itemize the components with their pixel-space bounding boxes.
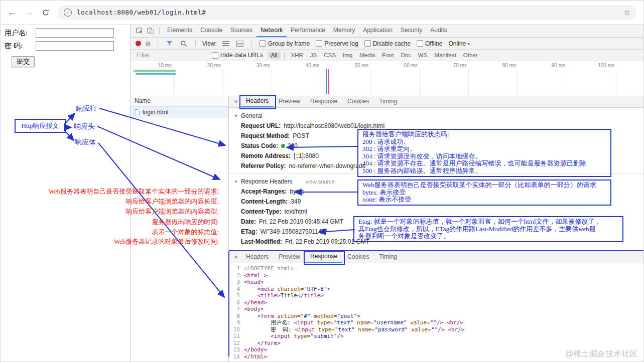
filter-funnel-icon[interactable]	[165, 39, 175, 48]
viewer-tab-cookies[interactable]: Cookies	[342, 252, 374, 262]
filter-type-doc[interactable]: Doc	[398, 52, 414, 59]
header-row: Status Code:200	[234, 141, 643, 151]
filter-type-img[interactable]: Img	[340, 52, 355, 59]
password-label: 密 码:	[5, 42, 36, 51]
username-row: 用户名:	[5, 28, 130, 38]
devtools-tab-memory[interactable]: Memory	[329, 25, 359, 37]
timeline-tick-label: 80 ms	[502, 63, 516, 68]
throttling-value: Online	[448, 40, 466, 47]
response-header-rows: Accept-Ranges:bytesContent-Length:349Con…	[234, 187, 643, 247]
filter-type-other[interactable]: Other	[460, 52, 481, 59]
network-overview[interactable]: 10 ms20 ms30 ms40 ms50 ms60 ms70 ms80 ms…	[131, 61, 643, 96]
viewer-tab-headers[interactable]: Headers	[241, 252, 274, 262]
details-tab-preview[interactable]: Preview	[274, 96, 305, 107]
devtools-tab-security[interactable]: Security	[397, 25, 426, 37]
bookmark-star-icon[interactable]: ☆	[624, 8, 630, 17]
timeline-tick-label: 20 ms	[207, 63, 221, 68]
divider	[158, 40, 158, 47]
code-line: 2<html >	[229, 272, 643, 279]
devtools-tab-application[interactable]: Application	[359, 25, 397, 37]
devtools-tab-performance[interactable]: Performance	[287, 25, 329, 37]
header-row: Last-Modified:Fri, 22 Feb 2019 09:25:01 …	[234, 237, 643, 247]
toolbar-option-disable-cache[interactable]: Disable cache	[364, 40, 411, 47]
password-input[interactable]	[36, 41, 114, 51]
details-tab-timing[interactable]: Timing	[374, 96, 402, 107]
timeline-tick-label: 50 ms	[355, 63, 368, 68]
details-close-icon[interactable]: ×	[232, 98, 240, 105]
throttling-select[interactable]: Online ▾	[448, 40, 469, 47]
timeline-gridline	[419, 69, 420, 96]
timeline-tick-label: 100 ms	[598, 63, 614, 68]
devtools-tab-network[interactable]: Network	[256, 25, 287, 37]
view-list-icon[interactable]	[221, 39, 231, 48]
toolbar-option-offline[interactable]: Offline	[417, 40, 442, 47]
disclosure-triangle-icon: ▼	[234, 179, 238, 184]
divider	[251, 40, 252, 47]
details-tab-response[interactable]: Response	[305, 96, 342, 107]
address-bar[interactable]: i localhost:8080/web01/login.html# ☆	[58, 5, 636, 20]
clear-icon[interactable]: ⊘	[145, 40, 151, 47]
viewer-tab-preview[interactable]: Preview	[274, 252, 305, 262]
filter-type-all[interactable]: All	[268, 52, 281, 59]
filter-type-media[interactable]: Media	[356, 52, 378, 59]
code-line: 6</head>	[229, 299, 643, 306]
response-headers-section-header[interactable]: ▼ Response Headers view source	[234, 176, 643, 187]
password-row: 密 码:	[5, 41, 130, 51]
devtools-tab-audits[interactable]: Audits	[426, 25, 451, 37]
code-line: 3<head>	[229, 279, 643, 286]
code-line: 1<!DOCTYPE html>	[229, 265, 643, 272]
divider	[195, 40, 196, 47]
header-row: Request Method:POST	[234, 131, 643, 141]
devtools-tab-sources[interactable]: Sources	[226, 25, 256, 37]
checkbox-icon	[212, 52, 218, 59]
timeline-tick-label: 40 ms	[306, 63, 319, 68]
devtools-tabbar: ElementsConsoleSourcesNetworkPerformance…	[131, 25, 643, 38]
toolbar-option-group-by-frame[interactable]: Group by frame	[260, 40, 310, 47]
details-tab-headers[interactable]: Headers	[241, 96, 274, 107]
view-large-rows-icon[interactable]	[235, 39, 245, 48]
device-toolbar-icon[interactable]	[146, 27, 156, 36]
filter-type-xhr[interactable]: XHR	[288, 52, 306, 59]
inspect-element-icon[interactable]	[135, 27, 145, 36]
filter-type-font[interactable]: Font	[379, 52, 397, 59]
url-text[interactable]: localhost:8080/web01/login.html#	[77, 9, 619, 16]
viewer-close-icon[interactable]: ×	[232, 253, 240, 261]
chevron-down-icon: ▾	[467, 41, 470, 46]
username-input[interactable]	[36, 28, 114, 38]
devtools-tab-elements[interactable]: Elements	[163, 25, 196, 37]
forward-icon[interactable]: →	[24, 8, 34, 17]
back-icon[interactable]: ←	[8, 8, 17, 17]
general-section-header[interactable]: ▼ General	[234, 111, 643, 121]
toolbar-option-preserve-log[interactable]: Preserve log	[316, 40, 358, 47]
devtools-tab-console[interactable]: Console	[196, 25, 226, 37]
filter-type-manifest[interactable]: Manifest	[431, 52, 459, 59]
viewer-tab-timing[interactable]: Timing	[374, 252, 402, 262]
network-toolbar: ⊘ View: Group by framePreserve logDisabl…	[131, 38, 643, 50]
toolbar-options: Group by framePreserve logDisable cacheO…	[260, 40, 443, 47]
details-tab-cookies[interactable]: Cookies	[342, 96, 374, 107]
response-headers-section-title: Response Headers	[241, 178, 293, 185]
search-icon[interactable]	[179, 39, 189, 48]
submit-button[interactable]: 提交	[12, 56, 35, 67]
request-row[interactable]: login.html	[131, 107, 228, 118]
record-icon[interactable]	[136, 41, 141, 46]
hide-data-urls-checkbox[interactable]: Hide data URLs	[212, 52, 263, 59]
checkbox-icon	[316, 40, 322, 47]
checkbox-icon	[260, 40, 266, 47]
timeline-tick-label: 60 ms	[404, 63, 418, 68]
filter-type-ws[interactable]: WS	[415, 52, 431, 59]
code-line: 11 <input type="submit"/>	[229, 333, 643, 340]
viewer-tab-response[interactable]: Response	[305, 251, 342, 263]
view-source-link[interactable]: view source	[306, 178, 335, 185]
hide-data-urls-label: Hide data URLs	[220, 52, 263, 59]
network-filter-input[interactable]	[136, 51, 207, 59]
page-info-icon[interactable]: i	[64, 9, 72, 17]
filter-type-js[interactable]: JS	[307, 52, 320, 59]
code-line: 9 用户名: <input type="text" name="username…	[229, 319, 643, 326]
response-source-code: 1<!DOCTYPE html>2<html >3<head>4 <meta c…	[229, 263, 643, 360]
reload-icon[interactable]	[41, 8, 51, 17]
filter-type-css[interactable]: CSS	[321, 52, 339, 59]
status-green-dot	[281, 144, 285, 148]
checkbox-icon	[364, 40, 371, 47]
column-header-name[interactable]: Name	[131, 96, 228, 107]
